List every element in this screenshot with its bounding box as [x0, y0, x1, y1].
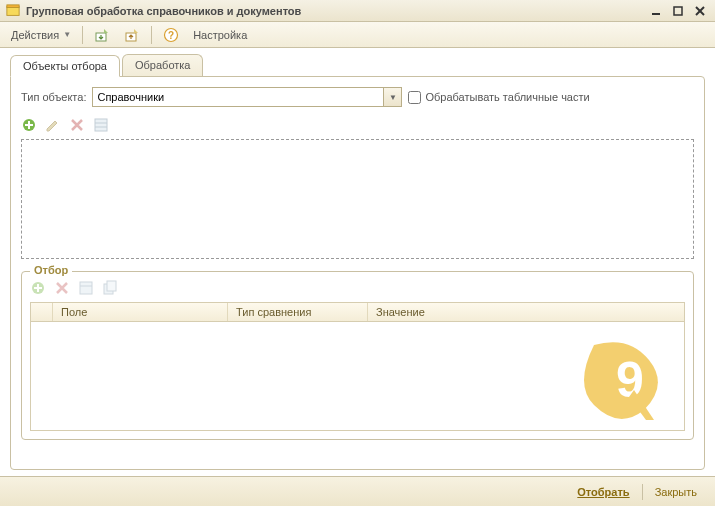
dropdown-caret-icon: ▼: [63, 30, 71, 39]
process-tabular-label: Обрабатывать табличные части: [425, 91, 589, 103]
objects-list[interactable]: [21, 139, 694, 259]
add-filter-icon[interactable]: [30, 280, 46, 296]
svg-rect-15: [80, 282, 92, 294]
tab-selection-objects[interactable]: Объекты отбора: [10, 55, 120, 77]
help-button[interactable]: ?: [158, 25, 184, 45]
delete-filter-icon[interactable]: [54, 280, 70, 296]
object-type-label: Тип объекта:: [21, 91, 86, 103]
toolbar-separator: [151, 26, 152, 44]
tab-bar: Объекты отбора Обработка: [10, 54, 705, 76]
minimize-button[interactable]: [647, 3, 665, 19]
filter-table-header: Поле Тип сравнения Значение: [31, 303, 684, 322]
object-type-row: Тип объекта: ▼ Обрабатывать табличные ча…: [21, 87, 694, 107]
edit-icon[interactable]: [45, 117, 61, 133]
svg-rect-1: [7, 4, 19, 7]
objects-toolbar: [21, 117, 694, 133]
main-toolbar: Действия ▼ ? Настройка: [0, 22, 715, 48]
watermark-icon: 9: [574, 335, 674, 425]
filter-table-body[interactable]: 9: [31, 322, 684, 430]
filter-col-comparison[interactable]: Тип сравнения: [228, 303, 368, 321]
settings-label: Настройка: [193, 29, 247, 41]
tab-panel: Тип объекта: ▼ Обрабатывать табличные ча…: [10, 76, 705, 470]
content-area: Объекты отбора Обработка Тип объекта: ▼ …: [0, 48, 715, 476]
save-icon: [124, 27, 140, 43]
add-icon[interactable]: [21, 117, 37, 133]
filter-col-field[interactable]: Поле: [53, 303, 228, 321]
window-title: Групповая обработка справочников и докум…: [26, 5, 647, 17]
svg-text:?: ?: [168, 30, 174, 41]
filter-col-value[interactable]: Значение: [368, 303, 684, 321]
maximize-button[interactable]: [669, 3, 687, 19]
svg-rect-11: [95, 119, 107, 131]
footer-separator: [642, 484, 643, 500]
title-bar: Групповая обработка справочников и докум…: [0, 0, 715, 22]
filter-legend: Отбор: [30, 264, 72, 276]
toolbar-separator: [82, 26, 83, 44]
close-footer-button[interactable]: Закрыть: [649, 483, 703, 501]
object-type-input[interactable]: [92, 87, 402, 107]
filter-toolbar: [30, 280, 685, 296]
filter-col-marker: [31, 303, 53, 321]
grid-filter-icon[interactable]: [78, 280, 94, 296]
filter-table: Поле Тип сравнения Значение 9: [30, 302, 685, 431]
svg-rect-18: [107, 281, 116, 291]
delete-icon[interactable]: [69, 117, 85, 133]
process-tabular-checkbox-wrap[interactable]: Обрабатывать табличные части: [408, 91, 589, 104]
filter-fieldset: Отбор Поле Тип сравнения Значение 9: [21, 271, 694, 440]
settings-button[interactable]: Настройка: [188, 27, 252, 43]
app-icon: [6, 4, 20, 18]
object-type-select[interactable]: ▼: [92, 87, 402, 107]
dropdown-button[interactable]: ▼: [383, 88, 401, 106]
grid-icon[interactable]: [93, 117, 109, 133]
actions-label: Действия: [11, 29, 59, 41]
tab-processing[interactable]: Обработка: [122, 54, 203, 76]
process-tabular-checkbox[interactable]: [408, 91, 421, 104]
load-settings-button[interactable]: [89, 25, 115, 45]
load-icon: [94, 27, 110, 43]
copy-filter-icon[interactable]: [102, 280, 118, 296]
actions-menu[interactable]: Действия ▼: [6, 27, 76, 43]
save-settings-button[interactable]: [119, 25, 145, 45]
svg-text:9: 9: [616, 352, 644, 408]
select-button[interactable]: Отобрать: [571, 483, 635, 501]
footer-bar: Отобрать Закрыть: [0, 476, 715, 506]
help-icon: ?: [163, 27, 179, 43]
close-button[interactable]: [691, 3, 709, 19]
svg-rect-3: [674, 7, 682, 15]
